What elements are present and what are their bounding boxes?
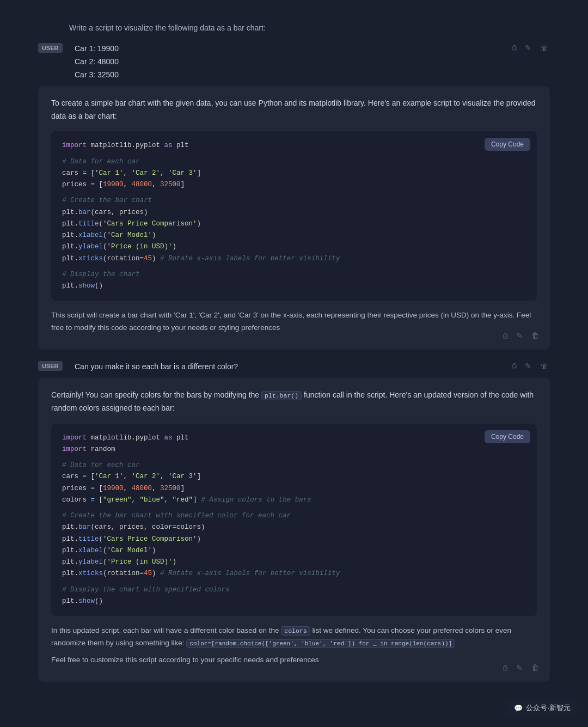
code2-line-import2: import random: [62, 444, 526, 455]
code2-line-prices: prices = [19900, 48000, 32500]: [62, 483, 526, 494]
code-comment-create: # Create the bar chart: [62, 195, 526, 206]
user-message-2: USER Can you make it so each bar is a di…: [38, 361, 550, 374]
user-line-2: Car 2: 48000: [75, 56, 503, 69]
user-line-3: Car 3: 32500: [75, 69, 503, 82]
code2-comment-cars: # Data for each car: [62, 460, 526, 471]
watermark-text: 公众号·新智元: [526, 703, 571, 713]
edit-icon-a2[interactable]: ✎: [514, 662, 525, 673]
copy-code-button-2[interactable]: Copy Code: [485, 430, 530, 443]
code-line-xticks: plt.xticks(rotation=45) # Rotate x-axis …: [62, 253, 526, 265]
ai-text-before-1: To create a simple bar chart with the gi…: [51, 97, 537, 123]
delete-icon-a1[interactable]: 🗑: [529, 330, 541, 341]
code-line-xlabel: plt.xlabel('Car Model'): [62, 230, 526, 241]
watermark: 💬 公众号·新智元: [507, 700, 577, 716]
code-blank-2: [62, 191, 526, 195]
code2-line-xticks: plt.xticks(rotation=45) # Rotate x-axis …: [62, 568, 526, 579]
ai-text-before-2: Certainly! You can specify colors for th…: [51, 389, 537, 415]
code-comment-display: # Display the chart: [62, 269, 526, 280]
edit-icon-u1[interactable]: ✎: [523, 42, 534, 53]
code2-blank-3: [62, 580, 526, 584]
code2-line-title: plt.title('Cars Price Comparison'): [62, 534, 526, 545]
code2-line-colors: colors = ["green", "blue", "red"] # Assi…: [62, 494, 526, 506]
code-blank-1: [62, 152, 526, 156]
ai-actions-1: ⎙ ✎ 🗑: [501, 330, 541, 341]
code2-comment-display: # Display the chart with specified color…: [62, 584, 526, 596]
ai-text-before-2-part1: Certainly! You can specify colors for th…: [51, 390, 259, 399]
code2-blank-1: [62, 455, 526, 460]
user-line-1: Car 1: 19900: [75, 42, 503, 56]
edit-icon-a1[interactable]: ✎: [514, 330, 525, 341]
user-label-1: USER: [38, 42, 68, 52]
code2-line-xlabel: plt.xlabel('Car Model'): [62, 545, 526, 557]
watermark-icon: 💬: [514, 704, 523, 712]
ai-text-after-1: This script will create a bar chart with…: [51, 309, 537, 334]
code-line-show: plt.show(): [62, 280, 526, 292]
ai-text-after-2-part3: Feel free to customize this script accor…: [51, 654, 537, 667]
code-line-prices: prices = [19900, 48000, 32500]: [62, 179, 526, 191]
user-label-2: USER: [38, 361, 68, 370]
code2-comment-create: # Create the bar chart with specified co…: [62, 510, 526, 522]
code-line-title: plt.title('Cars Price Comparison'): [62, 218, 526, 230]
ai-text-after-2: In this updated script, each bar will ha…: [51, 625, 537, 650]
chat-container: Write a script to visualize the followin…: [27, 11, 561, 704]
ai-text-after-2-part1: In this updated script, each bar will ha…: [51, 626, 279, 634]
code2-line-cars: cars = ['Car 1', 'Car 2', 'Car 3']: [62, 471, 526, 482]
ai-message-2: Certainly! You can specify colors for th…: [38, 378, 550, 682]
user-content-2: Can you make it so each bar is a differe…: [75, 361, 503, 374]
code-block-2: Copy Code import matplotlib.pyplot as pl…: [51, 424, 537, 616]
user-actions-2: ⎙ ✎ 🗑: [510, 361, 550, 371]
code-block-1: Copy Code import matplotlib.pyplot as pl…: [51, 131, 537, 301]
ai-actions-2: ⎙ ✎ 🗑: [501, 662, 541, 673]
delete-icon-a2[interactable]: 🗑: [529, 662, 541, 673]
code-line-bar: plt.bar(cars, prices): [62, 207, 526, 218]
code2-line-ylabel: plt.ylabel('Price (in USD)'): [62, 557, 526, 568]
copy-code-button-1[interactable]: Copy Code: [485, 138, 530, 151]
code2-line-show: plt.show(): [62, 596, 526, 607]
copy-icon-u1[interactable]: ⎙: [510, 42, 518, 53]
delete-icon-u1[interactable]: 🗑: [538, 42, 550, 53]
code2-line-bar: plt.bar(cars, prices, color=colors): [62, 522, 526, 533]
copy-icon-a2[interactable]: ⎙: [501, 662, 510, 673]
intro-text: Write a script to visualize the followin…: [69, 22, 550, 34]
delete-icon-u2[interactable]: 🗑: [538, 361, 550, 371]
long-code-badge: color=[random.choice(['green', 'blue', '…: [186, 639, 455, 648]
code-line-cars: cars = ['Car 1', 'Car 2', 'Car 3']: [62, 168, 526, 179]
code2-blank-2: [62, 506, 526, 510]
edit-icon-u2[interactable]: ✎: [523, 361, 534, 371]
ai-message-1: To create a simple bar chart with the gi…: [38, 86, 550, 350]
user-text-2: Can you make it so each bar is a differe…: [75, 361, 503, 374]
code-blank-3: [62, 265, 526, 269]
user-actions-1: ⎙ ✎ 🗑: [510, 42, 550, 53]
colors-badge: colors: [281, 626, 310, 636]
copy-icon-a1[interactable]: ⎙: [501, 330, 510, 341]
copy-icon-u2[interactable]: ⎙: [510, 361, 518, 371]
user-content-1: Car 1: 19900 Car 2: 48000 Car 3: 32500: [75, 42, 503, 81]
code2-line-import1: import matplotlib.pyplot as plt: [62, 432, 526, 444]
code-line-import-1: import matplotlib.pyplot as plt: [62, 140, 526, 151]
code-line-ylabel: plt.ylabel('Price (in USD)'): [62, 241, 526, 253]
user-message-1: USER Car 1: 19900 Car 2: 48000 Car 3: 32…: [38, 42, 550, 81]
plt-bar-badge: plt.bar(): [261, 391, 302, 400]
code-comment-cars: # Data for each car: [62, 156, 526, 168]
